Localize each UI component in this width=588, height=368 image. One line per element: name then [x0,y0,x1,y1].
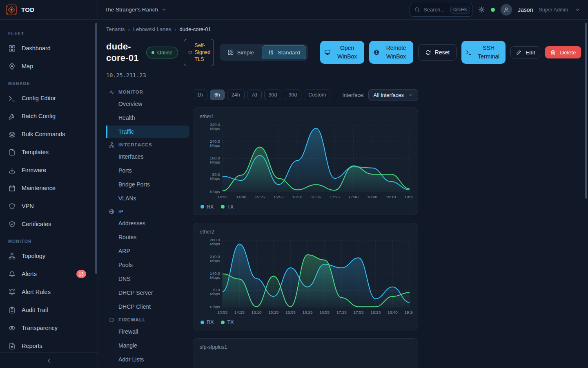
sidebar-item-transparency[interactable]: Transparency [0,319,98,337]
sidebar-item-label: Certificates [22,221,51,227]
monitor-icon [324,49,331,56]
subnav-item-addresses[interactable]: Addresses [106,217,189,229]
range-6h-button[interactable]: 6h [210,90,225,100]
svg-text:19:25: 19:25 [405,195,413,199]
svg-text:19:10: 19:10 [386,195,396,199]
chart-panel-sfp-sfpplus1: sfp-sfpplus1 [193,338,418,368]
view-mode-standard[interactable]: Standard [262,45,306,59]
breadcrumb: Tenants›Lebowski Lanes›dude-core-01 [106,20,588,32]
subnav-item-vlans[interactable]: VLANs [106,192,189,204]
breadcrumb-separator: › [128,26,130,32]
interface-filter: Interface: All interfaces [342,89,418,101]
bell-ring-icon [8,288,16,296]
svg-text:15:55: 15:55 [274,195,284,199]
sidebar-collapse-button[interactable] [0,352,98,368]
breadcrumb-item[interactable]: Tenants [106,26,125,32]
sidebar-item-label: VPN [22,203,34,209]
edit-button[interactable]: Edit [510,46,540,58]
main-scrollbar[interactable] [585,23,587,199]
subnav-item-traffic[interactable]: Traffic [106,126,189,138]
sidebar-item-maintenance[interactable]: Maintenance [0,179,98,197]
search-input[interactable] [423,7,447,13]
reset-button[interactable]: Reset [418,44,457,61]
sidebar-item-firmware[interactable]: Firmware [0,161,98,179]
theme-toggle-sun-icon[interactable] [478,6,485,13]
svg-text:0 bps: 0 bps [210,189,220,194]
sidebar-scrollbar[interactable] [95,23,97,274]
view-mode-simple[interactable]: Simple [221,45,260,59]
sidebar-item-audit-trail[interactable]: Audit Trail [0,301,98,319]
breadcrumb-item[interactable]: Lebowski Lanes [133,26,171,32]
range-7d-button[interactable]: 7d [247,90,262,100]
subnav-item-health[interactable]: Health [106,112,189,124]
sidebar-item-label: Map [22,63,33,70]
open-winbox-button[interactable]: Open WinBox [320,41,364,64]
svg-text:Mbps: Mbps [210,126,220,131]
sidebar-item-config-editor[interactable]: Config Editor [0,89,98,107]
subnav-item-interfaces[interactable]: Interfaces [106,150,189,163]
shield-small-icon [188,50,192,55]
subnav-item-firewall[interactable]: Firewall [106,325,189,338]
chevron-left-icon [46,357,52,364]
sidebar-item-topology[interactable]: Topology [0,247,98,265]
subnav-item-dns[interactable]: DNS [106,273,189,285]
sidebar-item-label: Alerts [22,271,37,277]
tls-badge: Self-Signed TLS [184,39,214,66]
user-menu-chevron-icon[interactable] [575,7,581,13]
legend-tx: TX [221,319,234,325]
shield-icon [8,202,16,210]
subnav-item-dhcp-client[interactable]: DHCP Client [106,301,189,313]
sidebar-item-templates[interactable]: Templates [0,143,98,161]
svg-text:Mbps: Mbps [210,242,220,246]
subnav-item-bridge-ports[interactable]: Bridge Ports [106,178,189,191]
chevron-down-icon [408,92,414,98]
globe-icon [109,209,115,215]
delete-button[interactable]: Delete [545,46,581,58]
alerts-count-badge: 13 [76,270,86,278]
range-90d-button[interactable]: 90d [284,90,301,100]
sidebar-item-label: Transparency [22,325,58,331]
range-24h-button[interactable]: 24h [227,90,245,100]
interface-label: Interface: [342,92,364,98]
sidebar-section-manage: MANAGE [0,75,98,89]
sidebar-item-reports[interactable]: Reports [0,337,98,352]
subnav-section-firewall: FIREWALL [109,317,189,323]
charts-column: 1h6h24h7d30d90dCustom Interface: All int… [193,88,418,368]
sidebar-item-alerts[interactable]: Alerts13 [0,265,98,283]
sidebar-item-dashboard[interactable]: Dashboard [0,39,98,57]
subnav-item-mangle[interactable]: Mangle [106,339,189,352]
svg-text:14:25: 14:25 [234,310,245,314]
sidebar-item-bulk-commands[interactable]: Bulk Commands [0,125,98,143]
subnav-item-pools[interactable]: Pools [106,259,189,271]
interface-select[interactable]: All interfaces [368,89,418,101]
sidebar-item-label: Maintenance [22,185,56,191]
subnav-item-ports[interactable]: Ports [106,164,189,177]
subnav-item-routes[interactable]: Routes [106,231,189,243]
subnav-item-overview[interactable]: Overview [106,98,189,110]
subnav-section-ip: IP [109,209,189,215]
subnav-item-dhcp-server[interactable]: DHCP Server [106,287,189,299]
range-30d-button[interactable]: 30d [264,90,282,100]
user-avatar[interactable] [501,4,512,16]
pencil-icon [516,49,522,56]
interface-value: All interfaces [374,92,404,98]
tenant-selector[interactable]: The Stranger's Ranch [105,7,167,13]
wrench-icon [8,112,16,120]
sidebar-item-alert-rules[interactable]: Alert Rules [0,283,98,301]
subnav-item-arp[interactable]: ARP [106,245,189,257]
global-search[interactable]: Cmd+K [410,3,472,17]
svg-text:0 bps: 0 bps [210,305,220,309]
sidebar-item-map[interactable]: Map [0,57,98,75]
file-icon [8,148,16,156]
svg-text:19:10: 19:10 [405,310,413,314]
sidebar-item-vpn[interactable]: VPN [0,197,98,215]
layers-icon [8,130,16,138]
range-1h-button[interactable]: 1h [193,90,207,100]
range-custom-button[interactable]: Custom [304,90,330,100]
svg-text:15:25: 15:25 [255,195,265,199]
sidebar-item-batch-config[interactable]: Batch Config [0,107,98,125]
remote-winbox-button[interactable]: Remote WinBox [369,41,413,64]
subnav-item-addr-lists[interactable]: Addr Lists [106,353,189,366]
ssh-terminal-button[interactable]: SSH Terminal [461,41,506,64]
sidebar-item-certificates[interactable]: Certificates [0,215,98,233]
